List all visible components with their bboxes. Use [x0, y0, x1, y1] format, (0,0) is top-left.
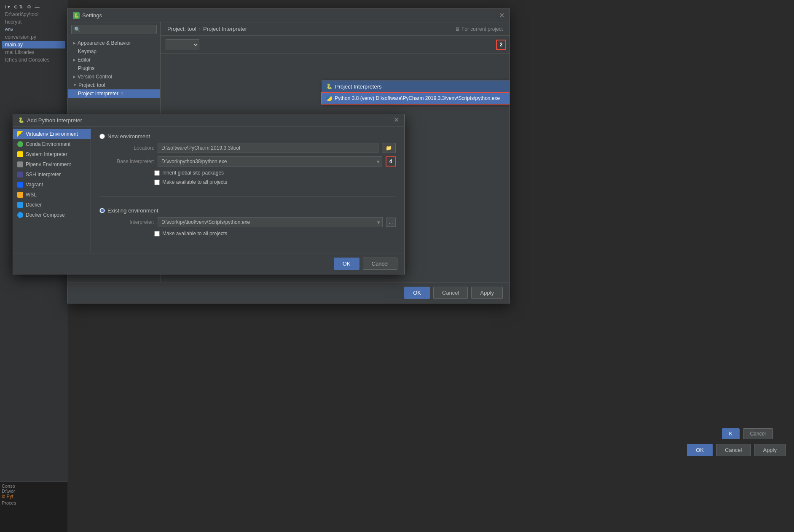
- make-available-new-checkbox[interactable]: [154, 180, 160, 185]
- new-environment-label-text: New environment: [107, 133, 150, 140]
- add-interpreter-icon: 🐍: [18, 117, 24, 123]
- settings-tree: ▶ Appearance & Behavior Keymap ▶ Editor …: [68, 37, 160, 99]
- console-label: Conso: [2, 484, 66, 489]
- settings-titlebar: 🐍 Settings ✕: [68, 9, 510, 22]
- tree-label-appearance: Appearance & Behavior: [78, 40, 131, 46]
- interpreter-browse-button[interactable]: ...: [386, 218, 396, 227]
- interpreters-panel-header: 🐍 Project Interpreters ✕: [322, 81, 510, 93]
- pipenv-icon: [17, 161, 23, 167]
- expand-arrow-project: ▼: [73, 83, 77, 87]
- interpreters-icon: 🐍: [326, 83, 333, 89]
- add-interpreter-cancel-button[interactable]: Cancel: [363, 258, 397, 270]
- add-interpreter-title-area: 🐍 Add Python Interpreter: [18, 117, 82, 124]
- new-environment-radio-label[interactable]: New environment: [99, 133, 396, 140]
- conda-icon: [17, 141, 23, 147]
- toolbar-add-button[interactable]: +: [507, 60, 510, 69]
- sidebar-item-vagrant[interactable]: Vagrant: [13, 180, 91, 190]
- docker-icon: [17, 202, 23, 208]
- badge-4: 4: [386, 156, 396, 167]
- inherit-checkbox-row: Inherit global site-packages: [154, 170, 396, 176]
- file-item-main[interactable]: main.py: [2, 41, 65, 48]
- interpreter-dropdown[interactable]: [166, 39, 199, 50]
- existing-environment-radio[interactable]: [99, 208, 105, 213]
- interpreters-title-area: 🐍 Project Interpreters: [326, 83, 382, 90]
- add-interpreter-titlebar: 🐍 Add Python Interpreter ✕: [13, 114, 404, 126]
- make-available-existing-checkbox[interactable]: [154, 231, 160, 236]
- existing-environment-section: Existing environment Interpreter: D:\wor…: [99, 207, 396, 236]
- settings-search-box: [68, 22, 160, 37]
- settings-close-button[interactable]: ✕: [499, 12, 504, 19]
- file-item-tches[interactable]: tches and Consoles: [2, 56, 65, 64]
- file-item-env[interactable]: env: [2, 26, 65, 33]
- interpreters-cancel-button[interactable]: Cancel: [743, 428, 773, 439]
- base-interpreter-select-wrapper: D:\work\python38\python.exe: [158, 156, 382, 167]
- base-interpreter-label: Base interpreter:: [108, 159, 154, 164]
- sidebar-item-conda[interactable]: Conda Environment: [13, 139, 91, 149]
- python-ball-icon: [326, 95, 332, 101]
- tree-item-project[interactable]: ▼ Project: tool: [68, 81, 160, 89]
- expand-arrow-editor: ▶: [73, 58, 76, 62]
- sidebar-item-pipenv[interactable]: Pipenv Environment: [13, 159, 91, 169]
- file-item-t[interactable]: t ▾ ⊕ ⇅ ⚙ —: [2, 3, 65, 11]
- new-environment-section: New environment Location: 📁 Base interpr…: [99, 133, 396, 185]
- file-item-work[interactable]: D:\work\py\tool: [2, 11, 65, 18]
- interpreters-ok-button[interactable]: K: [722, 428, 740, 439]
- tree-item-editor[interactable]: ▶ Editor: [68, 56, 160, 64]
- new-environment-radio[interactable]: [99, 134, 105, 139]
- settings-footer: OK Cancel Apply: [68, 282, 510, 303]
- vagrant-icon: [17, 182, 23, 188]
- settings-apply-button[interactable]: Apply: [471, 287, 503, 299]
- sidebar-item-docker[interactable]: Docker: [13, 200, 91, 210]
- location-browse-button[interactable]: 📁: [382, 143, 396, 153]
- toolbar-remove-button[interactable]: −: [507, 71, 510, 80]
- sidebar-label-system: System Interpreter: [26, 151, 67, 157]
- sidebar-item-docker-compose[interactable]: Docker Compose: [13, 210, 91, 220]
- interpreter-dropdown-area: [166, 39, 199, 50]
- settings-header: Project: tool › Project Interpreter 🖥 Fo…: [161, 22, 510, 36]
- tree-item-interpreter[interactable]: Project Interpreter 1: [68, 89, 160, 98]
- location-input[interactable]: [158, 143, 378, 153]
- toolbar-tree-button[interactable]: ⊞: [507, 104, 510, 113]
- inherit-checkbox[interactable]: [154, 170, 160, 176]
- file-item-conversion[interactable]: conversion.py: [2, 33, 65, 41]
- interpreter-select[interactable]: D:\work\py\tool\venv\Scripts\python.exe: [158, 217, 383, 227]
- add-interpreter-ok-button[interactable]: OK: [334, 258, 359, 270]
- existing-environment-radio-label[interactable]: Existing environment: [99, 207, 396, 214]
- interpreters-title-text: Project Interpreters: [335, 83, 382, 90]
- main-cancel-button[interactable]: Cancel: [716, 444, 751, 456]
- sidebar-item-virtualenv[interactable]: Virtualenv Environment: [13, 129, 91, 139]
- main-apply-button[interactable]: Apply: [754, 444, 786, 456]
- base-interpreter-row: Base interpreter: D:\work\python38\pytho…: [108, 156, 396, 167]
- interpreter-selected-text: Python 3.8 (venv) D:\software\PyCharm 20…: [335, 95, 500, 101]
- tree-item-appearance[interactable]: ▶ Appearance & Behavior: [68, 39, 160, 47]
- add-interpreter-close-button[interactable]: ✕: [394, 117, 399, 124]
- add-interpreter-sidebar: Virtualenv Environment Conda Environment…: [13, 126, 91, 253]
- main-ok-button[interactable]: OK: [687, 444, 713, 456]
- tree-label-plugins: Plugins: [78, 65, 94, 71]
- base-interpreter-select[interactable]: D:\work\python38\python.exe: [158, 156, 382, 167]
- sidebar-item-ssh[interactable]: SSH Interpreter: [13, 169, 91, 180]
- tree-item-vcs[interactable]: ▶ Version Control: [68, 73, 160, 81]
- interpreter-badge: 1: [121, 91, 123, 96]
- sidebar-item-wsl[interactable]: WSL: [13, 190, 91, 200]
- tree-item-keymap[interactable]: Keymap: [68, 47, 160, 56]
- settings-search-input[interactable]: [71, 25, 157, 34]
- location-row: Location: 📁: [108, 143, 396, 153]
- file-item-ernal[interactable]: rnal Libraries: [2, 48, 65, 56]
- add-interpreter-dialog: 🐍 Add Python Interpreter ✕ Virtualenv En…: [13, 114, 405, 274]
- sidebar-label-conda: Conda Environment: [26, 141, 70, 147]
- for-project-text: For current project: [461, 26, 503, 32]
- breadcrumb-project: Project: tool: [167, 26, 196, 32]
- add-interpreter-footer: OK Cancel: [13, 253, 404, 274]
- add-interpreter-body: Virtualenv Environment Conda Environment…: [13, 126, 404, 253]
- add-interpreter-content: New environment Location: 📁 Base interpr…: [91, 126, 404, 253]
- interpreter-selected-row[interactable]: Python 3.8 (venv) D:\software\PyCharm 20…: [322, 93, 510, 104]
- sidebar-item-system[interactable]: System Interpreter: [13, 149, 91, 159]
- make-available-new-label: Make available to all projects: [162, 179, 227, 185]
- tree-label-interpreter: Project Interpreter: [78, 91, 118, 97]
- tree-item-plugins[interactable]: Plugins: [68, 64, 160, 73]
- sidebar-label-docker-compose: Docker Compose: [26, 212, 65, 218]
- file-item-hecrypt[interactable]: hecrypt: [2, 18, 65, 26]
- settings-ok-button[interactable]: OK: [404, 287, 430, 299]
- settings-cancel-button[interactable]: Cancel: [433, 287, 468, 299]
